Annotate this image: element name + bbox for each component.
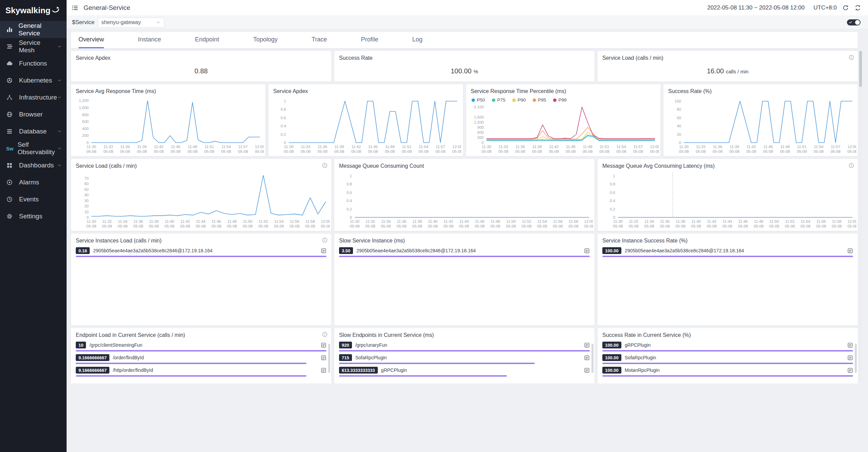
collapse-menu-icon[interactable] bbox=[71, 4, 79, 12]
panel-title: Slow Endpoints in Current Service (ms) bbox=[334, 328, 595, 338]
refresh-icon[interactable] bbox=[842, 4, 849, 11]
chart-canvas[interactable]: 00.20.40.60.8111:3005-0811:3305-0811:360… bbox=[269, 96, 461, 156]
sidebar-item-settings[interactable]: Settings bbox=[0, 208, 67, 225]
content-scrollbar[interactable] bbox=[859, 51, 862, 383]
page-title: General-Service bbox=[84, 4, 130, 12]
info-icon[interactable] bbox=[848, 162, 854, 168]
tab-overview[interactable]: Overview bbox=[78, 32, 104, 48]
legend-item-p75[interactable]: P75 bbox=[492, 97, 506, 103]
list-rows: 100.00gRPCPlugin100.00SofaRpcPlugin100.0… bbox=[598, 338, 858, 377]
sidebar: Skywalking General ServiceService MeshFu… bbox=[0, 0, 67, 452]
card-scrollbar[interactable] bbox=[591, 344, 594, 373]
copy-icon[interactable] bbox=[321, 355, 326, 361]
legend-item-p90[interactable]: P90 bbox=[512, 97, 526, 103]
tab-topology[interactable]: Topology bbox=[253, 32, 278, 48]
list-item[interactable]: 9.1666666667/http/order/findById bbox=[71, 364, 331, 377]
info-icon[interactable] bbox=[322, 331, 328, 338]
auto-refresh-icon[interactable] bbox=[854, 4, 861, 11]
svg-text:1: 1 bbox=[350, 174, 352, 178]
sidebar-item-functions[interactable]: Functions bbox=[0, 55, 67, 72]
sidebar-item-service-mesh[interactable]: Service Mesh bbox=[0, 38, 67, 55]
sidebar-item-general-service[interactable]: General Service bbox=[0, 21, 67, 38]
svg-text:11:44: 11:44 bbox=[459, 219, 469, 223]
sidebar-item-infrastructure[interactable]: Infrastructure bbox=[0, 89, 67, 106]
chart-canvas[interactable]: 02004006008001,0001,20011:3005-0811:3305… bbox=[72, 96, 264, 156]
list-item[interactable]: 10/grpc/clientStreamingFun bbox=[71, 339, 331, 351]
list-item[interactable]: 100.00SofaRpcPlugin bbox=[598, 351, 858, 364]
list-item[interactable]: 100.00MotanRpcPlugin bbox=[598, 364, 858, 377]
logo-text: Skywalking bbox=[5, 6, 51, 15]
legend-item-p95[interactable]: P95 bbox=[533, 97, 546, 103]
bar-chart-icon bbox=[6, 26, 14, 33]
copy-icon[interactable] bbox=[321, 342, 326, 348]
sidebar-item-database[interactable]: Database bbox=[0, 123, 67, 140]
svg-text:11:33: 11:33 bbox=[104, 145, 113, 149]
svg-text:11:52: 11:52 bbox=[522, 219, 531, 223]
header-right: 2022-05-08 11:30 ~ 2022-05-08 12:00 UTC+… bbox=[707, 4, 861, 11]
item-name: SofaRpcPlugin bbox=[625, 355, 845, 360]
list-item[interactable]: 100.002905b05eae4e4ae3a2a5b538ce8c2846@1… bbox=[598, 245, 858, 257]
time-range[interactable]: 2022-05-08 11:30 ~ 2022-05-08 12:00 bbox=[707, 4, 805, 11]
list-item[interactable]: 715SofaRpcPlugin bbox=[334, 351, 595, 364]
tab-instance[interactable]: Instance bbox=[138, 32, 161, 48]
copy-icon[interactable] bbox=[847, 248, 853, 254]
copy-icon[interactable] bbox=[321, 367, 326, 373]
chart-canvas[interactable]: 00.20.40.60.8111:3005-0811:3205-0811:340… bbox=[335, 170, 593, 230]
chart-canvas[interactable]: 02040608010011:3005-0811:3305-0811:3605-… bbox=[664, 96, 856, 156]
card-scrollbar[interactable] bbox=[855, 344, 857, 373]
timezone-label[interactable]: UTC+8:0 bbox=[814, 4, 837, 11]
info-icon[interactable] bbox=[848, 54, 854, 60]
list-item[interactable]: 613.3333333333gRPCPlugin bbox=[334, 364, 595, 377]
chart-canvas[interactable]: 00.20.40.60.8111:3005-0811:3205-0811:340… bbox=[598, 170, 856, 230]
service-select[interactable]: shenyu-gateway bbox=[98, 18, 164, 28]
panel-title: Message Queue Consuming Count bbox=[334, 159, 595, 169]
svg-text:11:45: 11:45 bbox=[171, 145, 180, 149]
svg-text:05-08: 05-08 bbox=[305, 224, 315, 228]
svg-text:05-08: 05-08 bbox=[334, 149, 344, 153]
list-item[interactable]: 100.00gRPCPlugin bbox=[598, 339, 858, 351]
sidebar-item-events[interactable]: Events bbox=[0, 191, 67, 208]
svg-text:05-08: 05-08 bbox=[188, 149, 197, 153]
copy-icon[interactable] bbox=[847, 355, 853, 361]
sidebar-item-browser[interactable]: Browser bbox=[0, 106, 67, 123]
svg-text:05-08: 05-08 bbox=[599, 149, 609, 153]
chart-canvas[interactable]: 03006009001,2001,5002,10011:3005-0811:33… bbox=[467, 104, 659, 156]
svg-text:05-08: 05-08 bbox=[475, 224, 484, 228]
info-icon[interactable] bbox=[322, 237, 328, 243]
value-badge: 9.1666666667 bbox=[76, 354, 109, 361]
panel-title: Service Response Time Percentile (ms) bbox=[466, 84, 660, 94]
tab-profile[interactable]: Profile bbox=[361, 32, 378, 48]
list-item[interactable]: 920/grpc/unaryFun bbox=[334, 339, 595, 351]
sidebar-item-dashboards[interactable]: Dashboards bbox=[0, 157, 67, 174]
copy-icon[interactable] bbox=[584, 342, 590, 348]
value-bar bbox=[602, 256, 853, 257]
svg-text:05-08: 05-08 bbox=[419, 149, 428, 153]
sidebar-item-self-observability[interactable]: SwSelf Observability bbox=[0, 140, 67, 157]
sidebar-item-alarms[interactable]: Alarms bbox=[0, 174, 67, 191]
toggle-switch[interactable] bbox=[847, 19, 861, 25]
chart-canvas[interactable]: 01020304050607011:3005-0811:3205-0811:34… bbox=[72, 170, 330, 230]
card-scrollbar[interactable] bbox=[328, 344, 330, 373]
legend-item-p50[interactable]: P50 bbox=[472, 97, 485, 103]
copy-icon[interactable] bbox=[584, 367, 590, 373]
info-icon[interactable] bbox=[322, 162, 328, 168]
copy-icon[interactable] bbox=[847, 342, 853, 348]
svg-text:0.2: 0.2 bbox=[610, 207, 615, 211]
legend-item-p99[interactable]: P99 bbox=[553, 97, 567, 103]
value-bar bbox=[76, 375, 306, 377]
list-item[interactable]: 0.162905b05eae4e4ae3a2a5b538ce8c2846@172… bbox=[71, 245, 331, 257]
list-item[interactable]: 9.1666666667/order/findById bbox=[71, 351, 331, 364]
svg-text:0.4: 0.4 bbox=[610, 199, 616, 203]
list-item[interactable]: 3.502905b05eae4e4ae3a2a5b538ce8c2846@172… bbox=[334, 245, 595, 257]
copy-icon[interactable] bbox=[584, 355, 590, 361]
tab-endpoint[interactable]: Endpoint bbox=[195, 32, 219, 48]
tab-trace[interactable]: Trace bbox=[312, 32, 327, 48]
content-scrollbar-thumb[interactable] bbox=[859, 51, 862, 87]
sidebar-item-kubernetes[interactable]: Kubernetes bbox=[0, 72, 67, 89]
tab-log[interactable]: Log bbox=[412, 32, 423, 48]
top-header: General-Service 2022-05-08 11:30 ~ 2022-… bbox=[67, 0, 868, 16]
copy-icon[interactable] bbox=[584, 248, 590, 254]
copy-icon[interactable] bbox=[847, 367, 853, 373]
svg-text:05-08: 05-08 bbox=[832, 224, 842, 228]
copy-icon[interactable] bbox=[321, 248, 326, 254]
